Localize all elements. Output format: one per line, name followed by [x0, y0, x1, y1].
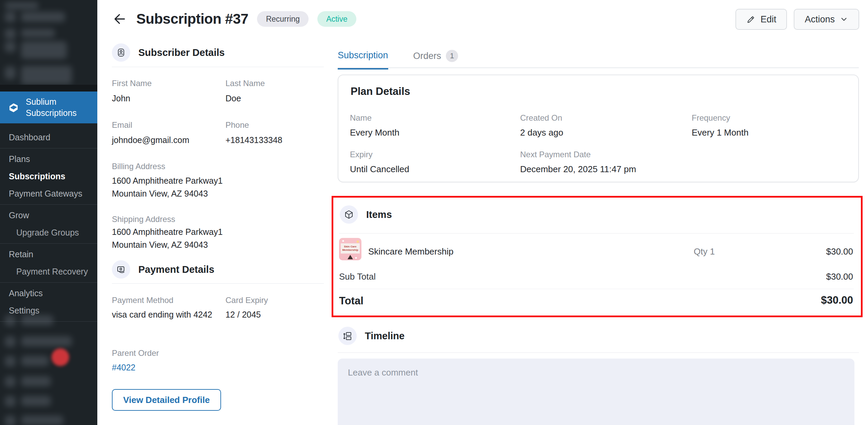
- redacted-menu-item: [21, 12, 65, 22]
- admin-sidebar: Sublium Subscriptions Dashboard Plans Su…: [0, 0, 97, 425]
- tab-subscription-label: Subscription: [338, 50, 388, 61]
- payment-method-label: Payment Method: [112, 296, 173, 305]
- notification-badge: [52, 348, 69, 366]
- plugin-menu: Dashboard Plans Subscriptions Payment Ga…: [0, 129, 97, 324]
- tab-orders-label: Orders: [413, 51, 441, 61]
- tab-orders[interactable]: Orders 1: [413, 50, 458, 69]
- sublium-logo-icon: [7, 101, 20, 114]
- redacted-menu-icon: [5, 12, 16, 22]
- comment-input[interactable]: [338, 359, 854, 425]
- divider: [338, 352, 859, 353]
- billing-address-line2: Mountain View, AZ 94043: [112, 187, 208, 200]
- email-value: johndoe@gmail.com: [112, 134, 189, 146]
- sidebar-item-upgrade-groups[interactable]: Upgrade Groups: [0, 224, 97, 241]
- divider: [112, 67, 324, 67]
- billing-address-label: Billing Address: [112, 162, 165, 171]
- shipping-address-label: Shipping Address: [112, 215, 175, 224]
- plan-name-label: Name: [350, 113, 372, 123]
- sidebar-item-dashboard[interactable]: Dashboard: [0, 129, 97, 146]
- tabs: Subscription Orders 1: [338, 50, 458, 69]
- plugin-name-line1: Sublium: [26, 96, 77, 107]
- timeline-icon-circle: [338, 327, 357, 345]
- billing-address-line1: 1600 Amphitheatre Parkway1: [112, 175, 223, 187]
- card-expiry-label: Card Expiry: [225, 296, 268, 305]
- redacted-menu-item: [21, 396, 51, 406]
- tab-subscription[interactable]: Subscription: [338, 50, 388, 69]
- parent-order-link[interactable]: #4022: [112, 361, 136, 373]
- payment-details-header: Payment Details: [112, 260, 214, 279]
- annotation-highlight-box: [332, 196, 863, 317]
- redacted-menu-item: [21, 29, 55, 38]
- edit-button[interactable]: Edit: [735, 9, 787, 30]
- menu-divider: [0, 282, 97, 283]
- redacted-menu-item: [21, 376, 51, 386]
- card-expiry-value: 12 / 2045: [225, 308, 261, 321]
- status-badge: Active: [317, 11, 356, 27]
- subscriber-details-header: Subscriber Details: [112, 43, 225, 62]
- page-header: Subscription #37 Recurring Active: [113, 7, 356, 31]
- plan-frequency-value: Every 1 Month: [692, 127, 749, 138]
- orders-count-badge: 1: [446, 50, 458, 62]
- plan-frequency-label: Frequency: [692, 113, 730, 123]
- shipping-address-line2: Mountain View, AZ 94043: [112, 239, 208, 251]
- actions-button-label: Actions: [805, 14, 835, 25]
- payment-method-value: visa card ending with 4242: [112, 308, 218, 321]
- last-name-label: Last Name: [225, 79, 265, 88]
- sidebar-item-payment-gateways[interactable]: Payment Gateways: [0, 185, 97, 202]
- menu-divider: [0, 148, 97, 148]
- redacted-menu-item: [21, 356, 49, 366]
- plugin-name-line2: Subscriptions: [26, 107, 77, 119]
- page-title: Subscription #37: [136, 11, 248, 27]
- redacted-menu-item: [21, 41, 67, 59]
- plan-details-card: Plan Details Name Every Month Created On…: [338, 75, 859, 182]
- shipping-address-line1: 1600 Amphitheatre Parkway1: [112, 226, 223, 238]
- header-actions: Edit Actions: [735, 9, 859, 30]
- recurring-badge: Recurring: [257, 11, 309, 27]
- person-badge-icon: [116, 47, 126, 58]
- subscriber-details-title: Subscriber Details: [138, 47, 225, 58]
- first-name-value: John: [112, 92, 130, 104]
- menu-divider: [0, 204, 97, 205]
- sidebar-item-retain[interactable]: Retain: [0, 246, 97, 263]
- plan-expiry-value: Until Cancelled: [350, 164, 409, 175]
- payment-details-title: Payment Details: [138, 264, 214, 275]
- redacted-menu-item: [21, 315, 53, 325]
- last-name-value: Doe: [225, 92, 241, 104]
- back-arrow-icon[interactable]: [113, 12, 127, 26]
- phone-label: Phone: [225, 120, 249, 130]
- divider: [112, 283, 324, 284]
- view-detailed-profile-button[interactable]: View Detailed Profile: [112, 389, 221, 411]
- redacted-menu-icon: [5, 396, 16, 407]
- actions-button[interactable]: Actions: [794, 9, 859, 30]
- sidebar-item-plans[interactable]: Plans: [0, 150, 97, 168]
- timeline-title: Timeline: [365, 330, 405, 342]
- plan-next-payment-label: Next Payment Date: [520, 150, 591, 159]
- sidebar-separator: [0, 85, 97, 92]
- timeline-header: Timeline: [338, 327, 405, 345]
- plan-next-payment-value: December 20, 2025 11:47 pm: [520, 164, 636, 175]
- sidebar-item-sublium-subscriptions[interactable]: Sublium Subscriptions: [0, 92, 97, 123]
- edit-button-label: Edit: [761, 14, 776, 25]
- redacted-menu-item: [5, 2, 39, 9]
- pencil-icon: [746, 15, 756, 24]
- sidebar-item-subscriptions[interactable]: Subscriptions: [0, 168, 97, 185]
- redacted-menu-item: [21, 66, 72, 85]
- redacted-menu-icon: [5, 41, 16, 52]
- sidebar-item-analytics[interactable]: Analytics: [0, 285, 97, 302]
- plan-details-title: Plan Details: [351, 85, 410, 98]
- plan-created-value: 2 days ago: [520, 127, 563, 138]
- redacted-menu-item: [21, 416, 63, 425]
- redacted-menu-icon: [5, 28, 16, 39]
- plan-expiry-label: Expiry: [350, 150, 373, 159]
- redacted-menu-icon: [5, 356, 16, 367]
- redacted-menu-icon: [5, 315, 16, 326]
- menu-divider: [0, 243, 97, 244]
- timeline-icon: [342, 331, 353, 341]
- redacted-menu-icon: [5, 376, 16, 387]
- first-name-label: First Name: [112, 79, 152, 88]
- redacted-menu-icon: [5, 416, 16, 425]
- subscriber-icon-circle: [112, 43, 130, 62]
- sidebar-item-payment-recovery[interactable]: Payment Recovery: [0, 263, 97, 280]
- email-label: Email: [112, 120, 132, 130]
- sidebar-item-grow[interactable]: Grow: [0, 207, 97, 224]
